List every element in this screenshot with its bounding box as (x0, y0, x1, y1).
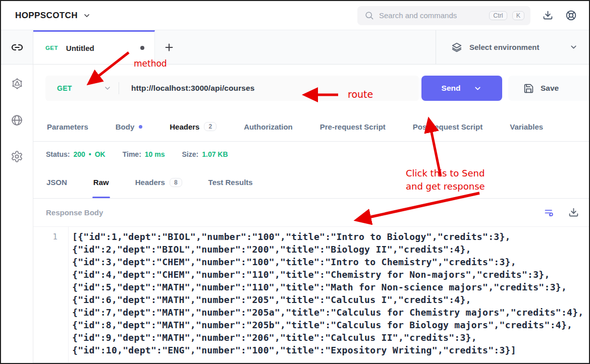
line-number: 1 (33, 230, 58, 243)
json-line: {"id":6,"dept":"MATH","number":"205","ti… (72, 293, 583, 306)
wrap-lines-icon[interactable] (544, 207, 555, 218)
url-input[interactable]: http://localhost:3000/api/courses (119, 84, 254, 93)
status-text: OK (95, 150, 105, 158)
modified-dot (139, 125, 142, 129)
save-label: Save (541, 84, 559, 93)
send-button[interactable]: Send (421, 76, 502, 101)
support-icon[interactable] (565, 10, 577, 21)
method-dropdown[interactable]: GET (45, 84, 119, 92)
chevron-down-icon (569, 43, 578, 51)
request-bar: GET http://localhost:3000/api/courses Se… (33, 65, 589, 112)
response-headers-count-badge: 8 (170, 178, 182, 187)
plus-icon (164, 42, 175, 53)
sidebar-item-graphql[interactable] (1, 67, 33, 101)
status-group: Status: 200 • OK (46, 150, 105, 158)
environment-selector[interactable]: Select environment (436, 30, 589, 64)
headers-count-badge: 2 (204, 122, 217, 131)
tab-authorization[interactable]: Authorization (230, 112, 306, 141)
shortcut-k-key: K (512, 11, 524, 20)
search-icon (364, 11, 374, 20)
tab-title: Untitled (66, 44, 94, 52)
download-response-icon[interactable] (568, 207, 579, 218)
unsaved-dot (140, 46, 144, 50)
time-group: Time: 10 ms (123, 150, 165, 158)
response-status-row: Status: 200 • OK Time: 10 ms Size: 1.07 … (33, 142, 589, 166)
tab-headers[interactable]: Headers2 (156, 112, 230, 141)
search-input[interactable]: Search and commands Ctrl K (357, 6, 530, 25)
request-tab-bar: GET Untitled Select environment (33, 30, 589, 65)
send-label: Send (442, 84, 461, 93)
tab-method-label: GET (45, 45, 58, 51)
sidebar-item-settings[interactable] (1, 139, 33, 173)
tab-post-request-script[interactable]: Post-request Script (399, 112, 496, 141)
chevron-down-icon (83, 12, 91, 20)
sidebar-item-rest[interactable] (1, 30, 33, 65)
sidebar-item-realtime[interactable] (1, 103, 33, 137)
request-subtabs: Parameters Body Headers2 Authorization P… (33, 112, 589, 142)
annotation-send-note-line2: and get response (406, 180, 485, 193)
size-group: Size: 1.07 KB (182, 150, 228, 158)
download-app-icon[interactable] (543, 10, 553, 21)
layers-icon (451, 42, 462, 53)
annotation-send-note: Click this to Send and get response (406, 167, 485, 193)
tab-raw[interactable]: Raw (80, 166, 122, 198)
status-separator: • (89, 150, 91, 158)
tab-variables[interactable]: Variables (496, 112, 557, 141)
sidebar (1, 30, 33, 363)
tab-parameters[interactable]: Parameters (33, 112, 102, 141)
response-body-header: Response Body (33, 199, 589, 227)
globe-icon (11, 114, 23, 127)
line-number-gutter: 1 (33, 227, 69, 362)
search-placeholder: Search and commands (379, 11, 457, 20)
json-line: {"id":7,"dept":"MATH","number":"205a","t… (72, 306, 583, 319)
response-body-label: Response Body (46, 208, 103, 217)
chevron-down-icon (103, 84, 112, 92)
json-line: {"id":4,"dept":"CHEM","number":"110","ti… (72, 268, 583, 281)
tab-json[interactable]: JSON (33, 166, 80, 198)
tab-body[interactable]: Body (102, 112, 156, 141)
topbar: HOPPSCOTCH Search and commands Ctrl K (1, 1, 589, 30)
json-line: {"id":2,"dept":"BIOL","number":"200","ti… (72, 243, 583, 256)
status-code: 200 (73, 150, 85, 158)
response-tabs: JSON Raw Headers8 Test Results (33, 166, 589, 199)
shortcut-ctrl-key: Ctrl (489, 11, 507, 20)
response-json-text: [{"id":1,"dept":"BIOL","number":"100","t… (69, 227, 583, 362)
time-value: 10 ms (145, 150, 165, 158)
tab-response-headers[interactable]: Headers8 (122, 166, 195, 198)
tab-test-results[interactable]: Test Results (195, 166, 266, 198)
topbar-actions: Search and commands Ctrl K (357, 6, 577, 25)
annotation-send-note-line1: Click this to Send (406, 167, 485, 180)
annotation-method-label: method (134, 58, 167, 69)
json-line: {"id":9,"dept":"MATH","number":"206","ti… (72, 331, 583, 344)
workspace-switcher[interactable]: HOPPSCOTCH (15, 11, 91, 21)
size-value: 1.07 KB (202, 150, 228, 158)
annotation-route-label: route (348, 89, 373, 100)
json-line: {"id":5,"dept":"MATH","number":"110","ti… (72, 281, 583, 293)
environment-label: Select environment (469, 43, 539, 51)
app-title: HOPPSCOTCH (15, 11, 78, 21)
save-button[interactable]: Save (508, 76, 589, 101)
link-icon (11, 41, 23, 53)
response-body-editor[interactable]: 1 [{"id":1,"dept":"BIOL","number":"100",… (33, 227, 589, 363)
gear-icon (11, 150, 23, 163)
save-icon (523, 83, 534, 94)
json-line: {"id":3,"dept":"CHEM","number":"100","ti… (72, 256, 583, 268)
json-line: {"id":8,"dept":"MATH","number":"205b","t… (72, 319, 583, 331)
chevron-down-icon[interactable] (473, 84, 482, 93)
app-window: HOPPSCOTCH Search and commands Ctrl K (0, 0, 590, 364)
json-line: [{"id":1,"dept":"BIOL","number":"100","t… (72, 230, 583, 243)
json-line: {"id":10,"dept":"ENG","number":"100","ti… (72, 344, 583, 356)
method-value: GET (57, 84, 72, 92)
tab-pre-request-script[interactable]: Pre-request Script (306, 112, 399, 141)
main-panel: GET Untitled Select environment (33, 30, 589, 363)
graphql-icon (11, 77, 24, 90)
response-toolbar (544, 199, 589, 226)
